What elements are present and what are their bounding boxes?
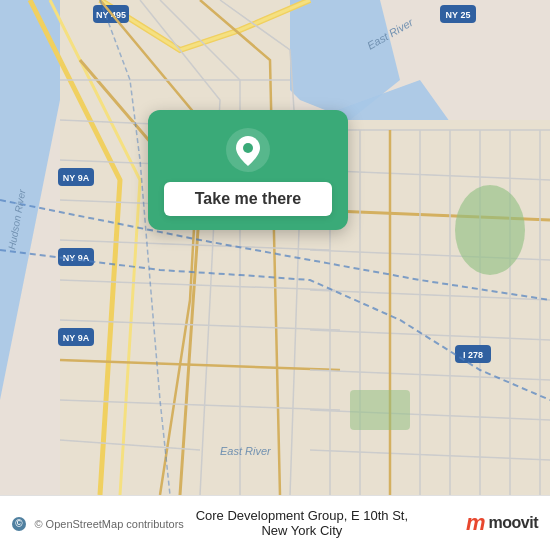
map-container: NY 495 <box>0 0 550 495</box>
location-label: Core Development Group, E 10th St, New Y… <box>184 508 420 538</box>
copyright-section: © © OpenStreetMap contributors <box>12 514 184 532</box>
svg-point-17 <box>455 185 525 275</box>
osm-icon: © <box>12 517 26 531</box>
svg-text:NY 25: NY 25 <box>446 10 471 20</box>
svg-text:NY 9A: NY 9A <box>63 173 90 183</box>
moovit-wordmark: moovit <box>489 514 538 532</box>
navigation-card: Take me there <box>148 110 348 230</box>
copyright-text: © OpenStreetMap contributors <box>34 518 183 530</box>
bottom-bar: © © OpenStreetMap contributors Core Deve… <box>0 495 550 550</box>
svg-point-22 <box>243 143 253 153</box>
svg-text:NY 9A: NY 9A <box>63 253 90 263</box>
svg-text:East River: East River <box>220 445 272 457</box>
svg-text:NY 9A: NY 9A <box>63 333 90 343</box>
moovit-m-icon: m <box>466 510 485 536</box>
svg-rect-18 <box>350 390 410 430</box>
take-me-there-button[interactable]: Take me there <box>164 182 332 216</box>
location-pin-icon <box>226 128 270 172</box>
moovit-logo: m moovit <box>420 510 538 536</box>
svg-text:I 278: I 278 <box>463 350 483 360</box>
